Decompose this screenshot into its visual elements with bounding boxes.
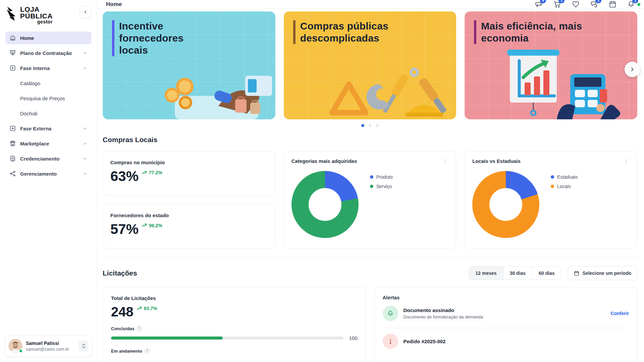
progress-label-concluidas: Concluídas bbox=[111, 326, 135, 331]
carousel-dot-3[interactable] bbox=[376, 124, 379, 127]
sidebar-item-label: Dochub bbox=[20, 111, 38, 116]
total-licitacoes-card: Total de Licitações 248 63.7% Concluídas… bbox=[103, 287, 366, 362]
banner-title: Compras públicas descomplicadas bbox=[300, 20, 411, 44]
total-licitacoes-trend: 63.7% bbox=[144, 306, 157, 311]
select-period-button[interactable]: Selecione um período bbox=[568, 266, 637, 280]
user-profile-card[interactable]: Samuel Patissi samuel@zaelo.com.br bbox=[5, 335, 92, 357]
notifications-button[interactable]: 1 bbox=[627, 0, 635, 8]
kebab-icon bbox=[442, 159, 448, 164]
stat-card-fornecedores-estado: Fornecedores do estado 57% 99.2% bbox=[103, 204, 275, 249]
progress-max-label: 100 bbox=[349, 335, 357, 341]
calendar-button[interactable] bbox=[608, 0, 617, 8]
filter-60-dias[interactable]: 60 dias bbox=[532, 267, 561, 280]
sidebar-item-home[interactable]: Home bbox=[5, 32, 92, 44]
carousel-dot-2[interactable] bbox=[369, 124, 372, 127]
alert-action-link[interactable]: Conferir bbox=[611, 311, 629, 316]
sidebar-item-marketplace[interactable]: Marketplace bbox=[5, 137, 92, 150]
sidebar: LOJA PÚBLICA gestor Home Plano de bbox=[0, 0, 97, 362]
chevron-down-icon bbox=[83, 156, 88, 161]
sidebar-item-catalogo[interactable]: Catálogo bbox=[5, 77, 92, 89]
logo-line1: LOJA bbox=[20, 6, 53, 13]
stat-title: Fornecedores do estado bbox=[110, 213, 268, 218]
sidebar-item-fase-externa[interactable]: Fase Externa bbox=[5, 122, 92, 135]
storefront-icon bbox=[9, 140, 16, 147]
section-divider bbox=[103, 257, 637, 257]
licitacoes-heading: Licitações bbox=[103, 269, 137, 277]
messages-button[interactable]: 1 bbox=[590, 0, 598, 8]
sidebar-item-fase-interna[interactable]: Fase Interna bbox=[5, 62, 92, 74]
help-icon[interactable]: ? bbox=[137, 326, 142, 331]
sidebar-item-credenciamento[interactable]: Credenciamento bbox=[5, 152, 92, 165]
cart-button[interactable]: 1 bbox=[553, 0, 561, 8]
donut-chart-categorias bbox=[291, 171, 359, 238]
stat-trend: 99.2% bbox=[149, 223, 162, 228]
alert-subtitle: Documento de formalização da demanda bbox=[404, 314, 605, 319]
banner-mais-eficiencia[interactable]: Mais eficiência, mais economia bbox=[465, 11, 637, 119]
stat-value: 57% bbox=[110, 222, 139, 236]
top-header: Home 9 1 1 bbox=[97, 0, 644, 9]
legend-dot-servico bbox=[370, 185, 373, 188]
donut-chart-locais-estaduais bbox=[472, 171, 539, 238]
sidebar-item-pesquisa-de-precos[interactable]: Pesquisa de Preços bbox=[5, 92, 92, 105]
chevron-down-icon bbox=[83, 141, 88, 146]
legend-dot-locais bbox=[551, 185, 554, 188]
kebab-icon bbox=[624, 159, 629, 164]
kebab-menu-button[interactable] bbox=[442, 158, 448, 165]
logo-bolt-icon bbox=[5, 6, 17, 21]
chart-title: Locais vs Estaduais bbox=[472, 158, 520, 164]
sidebar-item-label: Marketplace bbox=[20, 141, 49, 146]
heart-icon bbox=[572, 0, 580, 8]
announcements-button[interactable]: 9 bbox=[535, 0, 543, 8]
favorites-button[interactable] bbox=[572, 0, 580, 8]
screen-status-dot bbox=[637, 3, 640, 6]
alert-item[interactable]: Pedido #2025-002 bbox=[383, 334, 629, 349]
user-name: Samuel Patissi bbox=[26, 341, 75, 346]
bell-icon bbox=[387, 310, 394, 317]
alerts-heading: Alertas bbox=[383, 295, 629, 300]
progress-label-em-andamento: Em andamento bbox=[111, 349, 142, 354]
banner-accent-bar bbox=[474, 20, 476, 44]
compras-locais-heading: Compras Locais bbox=[103, 136, 637, 144]
sidebar-collapse-button[interactable] bbox=[79, 6, 92, 18]
legend-label: Locais bbox=[557, 184, 571, 189]
sidebar-item-label: Catálogo bbox=[20, 80, 40, 86]
chevron-up-icon bbox=[83, 66, 88, 71]
banner-compras-publicas[interactable]: Compras públicas descomplicadas bbox=[284, 11, 457, 119]
app-root: LOJA PÚBLICA gestor Home Plano de bbox=[0, 0, 644, 362]
filter-12-meses[interactable]: 12 meses bbox=[469, 267, 503, 280]
sidebar-item-label: Gerenciamento bbox=[20, 171, 57, 177]
stat-value: 63% bbox=[110, 169, 139, 183]
sidebar-item-gerenciamento[interactable]: Gerenciamento bbox=[5, 167, 92, 180]
document-check-icon bbox=[9, 155, 16, 162]
banner-accent-bar bbox=[293, 20, 296, 44]
calendar-icon bbox=[574, 270, 580, 276]
trend-up-icon bbox=[142, 171, 148, 175]
sidebar-nav: Home Plano de Contratação Fase Interna bbox=[5, 32, 92, 180]
filter-30-dias[interactable]: 30 dias bbox=[503, 267, 532, 280]
chart-title: Categorias mais adquiridas bbox=[291, 158, 357, 164]
total-licitacoes-value: 248 bbox=[111, 305, 133, 318]
total-licitacoes-title: Total de Licitações bbox=[111, 295, 358, 301]
help-icon[interactable]: ? bbox=[144, 348, 150, 354]
app-logo: LOJA PÚBLICA gestor bbox=[5, 6, 53, 24]
sidebar-item-label: Fase Interna bbox=[20, 65, 50, 71]
chevron-right-icon bbox=[630, 67, 635, 72]
legend-label: Produto bbox=[376, 174, 393, 180]
legend-label: Estaduais bbox=[557, 174, 578, 180]
sidebar-item-plano-de-contratacao[interactable]: Plano de Contratação bbox=[5, 47, 92, 59]
chart-card-locais-vs-estaduais: Locais vs Estaduais Estaduais bbox=[465, 151, 637, 248]
carousel-next-button[interactable] bbox=[625, 62, 640, 77]
coins-hand-illustration bbox=[135, 56, 275, 119]
stat-card-compras-municipio: Compras no município 63% 77.2% bbox=[103, 151, 275, 196]
alert-item[interactable]: Documento assinado Documento de formaliz… bbox=[383, 306, 629, 321]
presentation-icon bbox=[9, 50, 16, 56]
carousel-dot-1[interactable] bbox=[361, 124, 364, 127]
progress-track bbox=[111, 337, 343, 340]
sidebar-item-dochub[interactable]: Dochub bbox=[5, 107, 92, 120]
banner-incentive-fornecedores[interactable]: Incentive fornecedores locais bbox=[103, 11, 275, 119]
carousel-dots bbox=[103, 124, 637, 127]
select-period-label: Selecione um período bbox=[583, 270, 631, 276]
user-menu-button[interactable] bbox=[78, 340, 89, 352]
sidebar-item-label: Credenciamento bbox=[20, 156, 60, 162]
kebab-menu-button[interactable] bbox=[623, 158, 630, 165]
